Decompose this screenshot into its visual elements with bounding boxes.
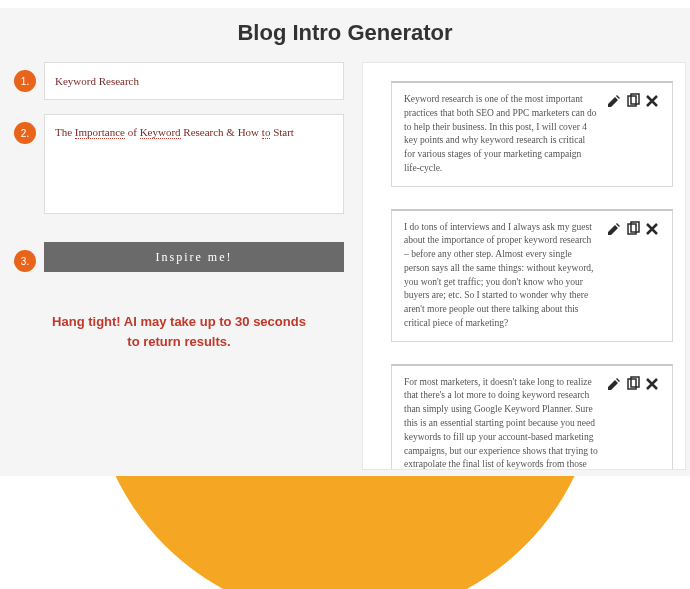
edit-icon[interactable] bbox=[606, 376, 622, 392]
copy-icon[interactable] bbox=[625, 93, 641, 109]
result-actions bbox=[606, 376, 660, 470]
result-card: Keyword research is one of the most impo… bbox=[391, 81, 673, 187]
form-column: 1. 2. The Importance of Keyword Research… bbox=[14, 62, 344, 470]
close-icon[interactable] bbox=[644, 376, 660, 392]
wait-message: Hang tight! AI may take up to 30 seconds… bbox=[14, 312, 344, 351]
topic-row: 2. The Importance of Keyword Research & … bbox=[14, 114, 344, 214]
inspire-button[interactable]: Inspire me! bbox=[44, 242, 344, 272]
close-icon[interactable] bbox=[644, 93, 660, 109]
submit-row: 3. Inspire me! bbox=[14, 242, 344, 272]
wait-line-2: to return results. bbox=[127, 334, 230, 349]
results-column: Keyword research is one of the most impo… bbox=[362, 62, 686, 470]
result-text: Keyword research is one of the most impo… bbox=[404, 93, 598, 176]
topic-textarea[interactable]: The Importance of Keyword Research & How… bbox=[44, 114, 344, 214]
copy-icon[interactable] bbox=[625, 376, 641, 392]
copy-icon[interactable] bbox=[625, 221, 641, 237]
close-icon[interactable] bbox=[644, 221, 660, 237]
edit-icon[interactable] bbox=[606, 221, 622, 237]
result-card: I do tons of interviews and I always ask… bbox=[391, 209, 673, 342]
result-actions bbox=[606, 93, 660, 176]
result-text: For most marketers, it doesn't take long… bbox=[404, 376, 598, 470]
step-badge-2: 2. bbox=[14, 122, 36, 144]
result-text: I do tons of interviews and I always ask… bbox=[404, 221, 598, 331]
keyword-row: 1. bbox=[14, 62, 344, 100]
result-card: For most marketers, it doesn't take long… bbox=[391, 364, 673, 470]
app-panel: Blog Intro Generator 1. 2. The Importanc… bbox=[0, 8, 690, 476]
step-badge-1: 1. bbox=[14, 70, 36, 92]
page-title: Blog Intro Generator bbox=[0, 8, 690, 62]
wait-line-1: Hang tight! AI may take up to 30 seconds bbox=[52, 314, 306, 329]
step-badge-3: 3. bbox=[14, 250, 36, 272]
result-actions bbox=[606, 221, 660, 331]
keyword-input[interactable] bbox=[44, 62, 344, 100]
edit-icon[interactable] bbox=[606, 93, 622, 109]
